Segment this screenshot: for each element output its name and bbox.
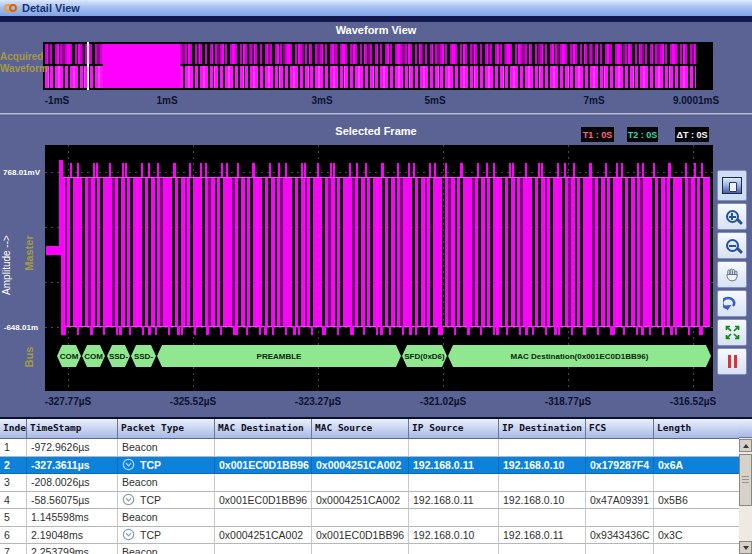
zoom-in-button[interactable] — [717, 203, 747, 230]
cell-fcs — [586, 544, 654, 554]
cell-length: 0x5B6 — [654, 492, 752, 510]
column-header-index[interactable]: Index — [0, 419, 27, 438]
cell-ip-source — [409, 439, 499, 457]
cell-mac-source: 0x001EC0D1BB96 — [312, 527, 409, 545]
cell-length: 0x6A — [654, 457, 752, 475]
snapshot-icon — [722, 177, 742, 194]
acquired-waveform-label: Acquired Waveform — [0, 51, 40, 75]
master-trace-bottom-tips — [61, 326, 710, 335]
waveform-x-tick: 7mS — [583, 95, 604, 106]
table-scrollbar[interactable] — [739, 419, 752, 554]
expand-packet-icon[interactable] — [122, 528, 135, 541]
column-header-fcs[interactable]: FCS — [586, 419, 654, 438]
zoom-out-button[interactable] — [717, 232, 747, 259]
master-trace-idle-segment — [46, 246, 60, 255]
cell-fcs — [586, 509, 654, 527]
cell-ip-destination: 192.168.0.11 — [499, 527, 586, 545]
cell-mac-source — [312, 509, 409, 527]
cell-timestamp: -208.0026µs — [27, 474, 118, 492]
bus-segment: SFD(0xD6) — [402, 345, 447, 367]
cell-timestamp: 1.145598ms — [27, 509, 118, 527]
waveform-overview-burst — [103, 44, 180, 88]
waveform-x-tick: 9.0001mS — [673, 95, 719, 106]
cell-index: 2 — [0, 457, 27, 475]
cell-fcs: 0x47A09391 — [586, 492, 654, 510]
cell-fcs — [586, 439, 654, 457]
column-header-length[interactable]: Length — [654, 419, 752, 438]
cell-fcs: 0x179287F4 — [586, 457, 654, 475]
cell-mac-source: 0x0004251CA002 — [312, 457, 409, 475]
detail-view-window: Detail View Waveform View Acquired Wavef… — [0, 0, 752, 554]
bus-segment: COM — [57, 345, 81, 367]
table-row-2[interactable]: 2-327.3611µsTCP0x001EC0D1BB960x0004251CA… — [0, 457, 752, 475]
column-header-ip-destination[interactable]: IP Destination — [499, 419, 586, 438]
expand-packet-icon[interactable] — [122, 458, 135, 471]
table-row-4[interactable]: 4-58.56075µsTCP0x001EC0D1BB960x0004251CA… — [0, 492, 752, 510]
table-row-6[interactable]: 62.19048msTCP0x0004251CA0020x001EC0D1BB9… — [0, 527, 752, 545]
thumb-grip-icon — [742, 476, 749, 484]
cursor-t1-readout: T1 : 0S — [581, 127, 614, 142]
cell-mac-destination — [215, 509, 312, 527]
cell-index: 5 — [0, 509, 27, 527]
cell-packet-type: Beacon — [118, 474, 215, 492]
cell-timestamp: -58.56075µs — [27, 492, 118, 510]
selected-frame-x-tick: -321.02µS — [420, 396, 466, 407]
scrollbar-corner — [739, 419, 752, 438]
cell-ip-destination: 192.168.0.10 — [499, 492, 586, 510]
cell-ip-destination: 192.168.0.10 — [499, 457, 586, 475]
selected-frame-x-axis: -327.77µS-325.52µS-323.27µS-321.02µS-318… — [0, 396, 752, 409]
master-trace-top-tips — [61, 163, 710, 177]
cell-ip-source — [409, 509, 499, 527]
column-header-ip-source[interactable]: IP Source — [409, 419, 499, 438]
waveform-x-tick: -1mS — [45, 95, 69, 106]
column-header-mac-source[interactable]: MAC Source — [312, 419, 409, 438]
overview-cursor-line[interactable] — [87, 42, 89, 90]
scroll-down-button[interactable] — [739, 541, 752, 554]
expand-button[interactable] — [717, 319, 747, 346]
bus-segment: SSD- — [107, 345, 130, 367]
cell-packet-type: Beacon — [118, 544, 215, 554]
column-header-timestamp[interactable]: TimeStamp — [27, 419, 118, 438]
undo-button[interactable] — [717, 290, 747, 317]
cell-mac-source — [312, 439, 409, 457]
waveform-overview-plot[interactable] — [43, 42, 713, 90]
expand-icon — [724, 324, 741, 341]
scroll-up-button[interactable] — [739, 439, 752, 452]
table-row-1[interactable]: 1-972.9626µsBeacon — [0, 439, 752, 457]
pan-button[interactable] — [717, 261, 747, 288]
selected-frame-x-tick: -323.27µS — [295, 396, 341, 407]
selected-frame-plot[interactable]: COMCOMSSD-SSD-PREAMBLESFD(0xD6)MAC Desti… — [45, 145, 713, 391]
undo-icon — [723, 296, 741, 311]
bus-segment: PREAMBLE — [157, 345, 401, 367]
cell-index: 1 — [0, 439, 27, 457]
expand-packet-icon[interactable] — [122, 493, 135, 506]
cell-ip-destination — [499, 474, 586, 492]
bus-decode-row: COMCOMSSD-SSD-PREAMBLESFD(0xD6)MAC Desti… — [45, 345, 713, 367]
cell-mac-destination — [215, 474, 312, 492]
table-row-5[interactable]: 51.145598msBeacon — [0, 509, 752, 527]
section-divider — [0, 113, 752, 116]
table-row-7[interactable]: 72.253799msBeacon — [0, 544, 752, 554]
cell-timestamp: -972.9626µs — [27, 439, 118, 457]
table-body: 1-972.9626µsBeacon2-327.3611µsTCP0x001EC… — [0, 439, 752, 554]
cell-length: 0x3C — [654, 527, 752, 545]
bus-channel-label: Bus — [23, 312, 35, 402]
selected-frame-x-tick: -316.52µS — [670, 396, 716, 407]
cell-mac-source: 0x0004251CA002 — [312, 492, 409, 510]
plot-toolbar — [717, 170, 749, 377]
packet-table: IndexTimeStampPacket TypeMAC Destination… — [0, 417, 752, 554]
cursor-t2-readout: T2 : 0S — [627, 127, 658, 142]
scrollbar-thumb[interactable] — [739, 454, 752, 506]
cell-length — [654, 509, 752, 527]
pause-button[interactable] — [717, 348, 747, 375]
table-row-3[interactable]: 3-208.0026µsBeacon — [0, 474, 752, 492]
snapshot-button[interactable] — [717, 170, 747, 201]
column-header-packet-type[interactable]: Packet Type — [118, 419, 215, 438]
cell-ip-destination — [499, 439, 586, 457]
title-bar[interactable]: Detail View — [0, 0, 752, 16]
master-trace-first-spike — [59, 160, 63, 255]
cell-timestamp: 2.253799ms — [27, 544, 118, 554]
cursor-delta-t-readout: ΔT : 0S — [675, 127, 709, 142]
column-header-mac-destination[interactable]: MAC Destination — [215, 419, 312, 438]
cell-packet-type: TCP — [118, 492, 215, 510]
